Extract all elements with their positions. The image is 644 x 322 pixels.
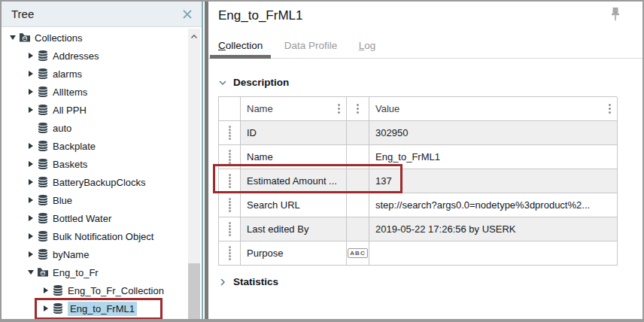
database-icon xyxy=(37,194,49,206)
row-handle[interactable] xyxy=(219,193,241,217)
tree-item-blue[interactable]: Blue xyxy=(2,191,189,209)
expand-expander-icon[interactable] xyxy=(26,89,36,95)
section-title: Statistics xyxy=(233,276,278,287)
database-icon xyxy=(37,104,49,116)
chevron-down-icon[interactable] xyxy=(218,78,227,87)
tree-item-bottled-water[interactable]: Bottled Water xyxy=(2,209,189,227)
attr-name-cell[interactable]: Last edited By xyxy=(241,217,347,242)
expand-expander-icon[interactable] xyxy=(26,251,36,257)
tree-item-eng-to-fr[interactable]: Eng_to_Fr xyxy=(2,263,189,281)
tree-item-byname[interactable]: byName xyxy=(2,245,189,263)
attr-value-cell[interactable]: Eng_to_FrML1 xyxy=(369,145,618,169)
tree-item-label: Bottled Water xyxy=(53,213,111,224)
tree-item-all-pph[interactable]: All PPH xyxy=(2,101,189,119)
tree-item-bulk-notification-object[interactable]: Bulk Notification Object xyxy=(2,227,189,245)
tree-panel: Tree C xyxy=(2,2,203,319)
attr-name-cell[interactable]: Purpose xyxy=(241,242,347,266)
chevron-right-icon[interactable] xyxy=(218,278,227,287)
expand-expander-icon[interactable] xyxy=(26,53,36,59)
attr-name-cell[interactable]: ID xyxy=(241,121,347,145)
scrollbar-thumb[interactable] xyxy=(188,263,200,319)
expand-expander-icon[interactable] xyxy=(41,305,51,311)
expand-expander-icon[interactable] xyxy=(41,287,51,293)
row-handle[interactable] xyxy=(219,169,241,193)
pin-icon[interactable] xyxy=(609,7,621,25)
database-icon xyxy=(52,284,64,296)
expand-expander-icon[interactable] xyxy=(26,143,36,149)
tree-item-batterybackupclocks[interactable]: BatteryBackupClocks xyxy=(2,173,189,191)
column-header-value[interactable]: Value xyxy=(369,97,618,121)
column-header-type[interactable] xyxy=(347,97,369,121)
section-title: Description xyxy=(233,77,289,88)
header-corner-cell xyxy=(219,97,241,121)
column-header-name[interactable]: Name xyxy=(241,97,347,121)
row-handle[interactable] xyxy=(219,242,241,266)
attr-value-cell[interactable]: 302950 xyxy=(369,121,618,145)
collapse-expander-icon[interactable] xyxy=(26,270,36,275)
expand-expander-icon[interactable] xyxy=(26,71,36,77)
tree-item-label: All PPH xyxy=(53,105,87,116)
attr-name-cell[interactable]: Search URL xyxy=(241,193,347,217)
description-table: Name Value ID 302950 Name Eng_to_FrML1 E… xyxy=(218,96,617,266)
row-handle[interactable] xyxy=(219,145,241,169)
scroll-up-icon[interactable] xyxy=(190,33,198,41)
row-drag-icon[interactable] xyxy=(229,150,231,152)
expand-expander-icon[interactable] xyxy=(26,179,36,185)
tree-item-label: Bulk Notification Object xyxy=(53,231,153,242)
expand-expander-icon[interactable] xyxy=(26,161,36,167)
expand-expander-icon[interactable] xyxy=(26,197,36,203)
page-title: Eng_to_FrML1 xyxy=(218,8,302,23)
tree-item-addresses[interactable]: Addresses xyxy=(2,47,189,65)
tree-item-collections[interactable]: Collections xyxy=(2,29,189,47)
attr-type-cell: ABC xyxy=(347,242,369,266)
tree-panel-title: Tree xyxy=(11,8,181,20)
row-drag-icon[interactable] xyxy=(229,174,231,176)
tree-item-auto[interactable]: auto xyxy=(2,119,189,137)
tree-item-label: Backplate xyxy=(53,141,96,152)
section-statistics[interactable]: Statistics xyxy=(218,276,278,287)
attr-type-cell xyxy=(347,121,369,145)
tree-item-backplate[interactable]: Backplate xyxy=(2,137,189,155)
attr-value-cell[interactable]: 2019-05-22 17:26:56 by USERK xyxy=(369,217,618,242)
column-menu-icon[interactable] xyxy=(357,104,359,106)
tree-vertical-scrollbar[interactable] xyxy=(188,29,200,319)
tab-data-profile[interactable]: Data Profile xyxy=(284,40,338,51)
attr-name-cell[interactable]: Name xyxy=(241,145,347,169)
attr-value-cell[interactable] xyxy=(369,242,618,266)
tree-item-allitems[interactable]: AllItems xyxy=(2,83,189,101)
row-handle[interactable] xyxy=(219,217,241,242)
row-drag-icon[interactable] xyxy=(229,222,231,224)
column-menu-icon[interactable] xyxy=(609,104,611,106)
row-drag-icon[interactable] xyxy=(229,198,231,200)
expand-expander-icon[interactable] xyxy=(26,107,36,113)
tree-item-eng-to-frml1-selected[interactable]: Eng_to_FrML1 xyxy=(2,299,189,317)
app-window: Tree C xyxy=(0,0,644,322)
tree-panel-header: Tree xyxy=(2,2,202,27)
tab-collection[interactable]: Collection xyxy=(218,40,263,51)
section-description[interactable]: Description xyxy=(218,77,289,88)
tree-item-label: BatteryBackupClocks xyxy=(53,177,146,188)
attr-name-cell[interactable]: Estimated Amount ... xyxy=(241,169,347,193)
database-icon xyxy=(37,230,49,242)
expand-expander-icon[interactable] xyxy=(26,215,36,221)
tree-item-label: Baskets xyxy=(53,159,87,170)
tree-item-label: Eng_to_FrML1 xyxy=(68,302,137,316)
tree-item-alarms[interactable]: alarms xyxy=(2,65,189,83)
tree-item-label: byName xyxy=(53,249,89,260)
database-icon xyxy=(37,248,49,260)
attr-value-cell[interactable]: 137 xyxy=(369,169,618,193)
close-icon[interactable] xyxy=(181,8,194,21)
active-tab-indicator xyxy=(210,55,271,59)
collapse-expander-icon[interactable] xyxy=(8,35,18,40)
row-drag-icon[interactable] xyxy=(229,246,231,248)
tab-log[interactable]: Log xyxy=(359,40,376,51)
tree-item-baskets[interactable]: Baskets xyxy=(2,155,189,173)
collection-folder-icon xyxy=(37,266,49,278)
column-menu-icon[interactable] xyxy=(338,104,340,106)
attr-value-cell[interactable]: step://search?args0.0=nodetype%3dproduct… xyxy=(369,193,618,217)
tree-item-label: Eng_To_Fr_Collection xyxy=(68,285,164,296)
expand-expander-icon[interactable] xyxy=(26,233,36,239)
row-handle[interactable] xyxy=(219,121,241,145)
tree-item-eng-to-fr-collection[interactable]: Eng_To_Fr_Collection xyxy=(2,281,189,299)
row-drag-icon[interactable] xyxy=(229,126,231,128)
